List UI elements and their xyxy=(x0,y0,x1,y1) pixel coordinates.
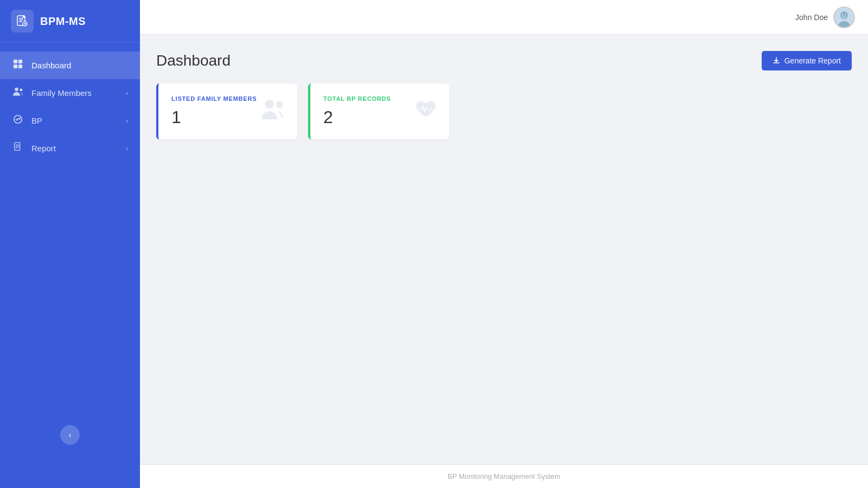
family-members-card: LISTED FAMILY MEMBERS 1 xyxy=(156,84,297,139)
svg-rect-5 xyxy=(18,65,22,68)
svg-point-17 xyxy=(845,14,846,15)
bp-icon xyxy=(12,114,24,127)
user-name: John Doe xyxy=(795,13,828,22)
heart-monitor-icon xyxy=(413,98,438,125)
sidebar-item-bp[interactable]: BP › xyxy=(0,107,140,134)
family-members-icon xyxy=(12,87,24,99)
people-icon xyxy=(260,98,286,125)
page-header: Dashboard Generate Report xyxy=(156,51,852,70)
cards-row: LISTED FAMILY MEMBERS 1 TOTAL BP RECORDS… xyxy=(156,84,852,139)
collapse-icon: ‹ xyxy=(69,431,72,439)
svg-point-6 xyxy=(15,88,18,92)
sidebar-item-dashboard[interactable]: Dashboard xyxy=(0,52,140,79)
generate-report-button[interactable]: Generate Report xyxy=(762,51,852,70)
avatar[interactable] xyxy=(833,7,855,28)
svg-point-19 xyxy=(276,101,283,108)
footer-bar: BP Monitoring Management System xyxy=(140,464,868,488)
svg-point-14 xyxy=(840,11,848,19)
svg-point-18 xyxy=(265,99,274,108)
nav-list: Dashboard Family Members › xyxy=(0,43,140,488)
sidebar-item-report[interactable]: Report › xyxy=(0,134,140,162)
sidebar-item-label-bp: BP xyxy=(31,116,118,125)
svg-rect-2 xyxy=(14,60,17,63)
svg-rect-3 xyxy=(18,60,22,63)
sidebar-item-label-dashboard: Dashboard xyxy=(31,61,128,70)
svg-point-7 xyxy=(20,88,22,91)
bp-records-card: TOTAL BP RECORDS 2 xyxy=(308,84,449,139)
svg-rect-4 xyxy=(14,65,17,68)
sidebar-collapse-button[interactable]: ‹ xyxy=(60,425,80,445)
generate-report-label: Generate Report xyxy=(784,56,841,65)
page-title: Dashboard xyxy=(156,52,231,69)
sidebar-item-family-members[interactable]: Family Members › xyxy=(0,79,140,107)
sidebar: BPM-MS Dashboard xyxy=(0,0,140,488)
brand-icon xyxy=(11,10,34,33)
bp-chevron-icon: › xyxy=(126,117,128,125)
footer-text: BP Monitoring Management System xyxy=(448,472,560,480)
svg-point-16 xyxy=(843,14,844,15)
sidebar-header: BPM-MS xyxy=(0,0,140,43)
sidebar-item-label-family-members: Family Members xyxy=(31,88,118,98)
family-members-chevron-icon: › xyxy=(126,89,128,97)
main-content: Dashboard Generate Report LISTED FAMILY … xyxy=(140,35,868,488)
topbar: John Doe xyxy=(140,0,868,35)
brand-name: BPM-MS xyxy=(40,15,86,28)
dashboard-icon xyxy=(12,59,24,72)
report-icon xyxy=(12,142,24,155)
report-chevron-icon: › xyxy=(126,144,128,152)
sidebar-item-label-report: Report xyxy=(31,144,118,153)
user-info: John Doe xyxy=(795,7,855,28)
